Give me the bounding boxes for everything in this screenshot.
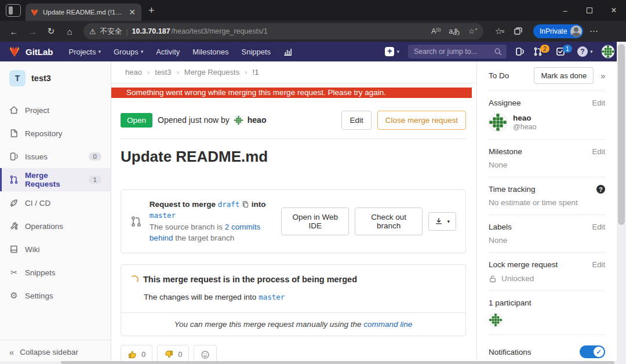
breadcrumb-group[interactable]: heao [125,68,142,77]
source-branch-link[interactable]: draft [218,200,240,209]
mr-title: Update README.md [121,148,466,166]
breadcrumb-section[interactable]: Merge Requests [184,68,239,77]
download-dropdown-button[interactable]: ▾ [428,212,456,231]
translate-icon[interactable]: aあ [449,27,460,37]
window-maximize-button[interactable] [577,0,602,21]
sidebar-project-link[interactable]: T test3 [0,61,111,94]
edit-button[interactable]: Edit [341,111,371,130]
nav-projects[interactable]: Projects▾ [64,48,107,56]
tab-workspaces-icon[interactable] [6,4,21,17]
notifications-toggle[interactable]: ✓ [580,345,605,358]
not-secure-warning-icon: ⚠ [89,27,96,36]
search-icon [494,48,502,56]
sidebar-item-snippets[interactable]: ✂ Snippets [0,261,111,284]
checkout-branch-button[interactable]: Check out branch [355,208,423,235]
sidebar-item-wiki[interactable]: Wiki [0,238,111,261]
todos-icon[interactable]: 1 [556,47,565,56]
labels-edit-link[interactable]: Edit [592,223,605,231]
status-target-branch-link[interactable]: master [259,293,285,301]
read-aloud-icon[interactable]: A))) [431,27,441,35]
gitlab-home-link[interactable]: GitLab [8,46,53,57]
merge-request-widget: Request to merge draft into master The s… [121,190,466,253]
sidebar-item-settings[interactable]: ⚙ Settings [0,284,111,307]
author-avatar[interactable] [234,115,243,125]
document-icon [9,129,19,138]
forward-button[interactable]: → [24,23,41,39]
address-bar[interactable]: ⚠ 不安全 | 10.3.70.187 /heao/test3/merge_re… [83,23,483,39]
inprivate-label: InPrivate [540,27,567,35]
download-icon [435,217,443,225]
milestone-value: None [489,161,605,169]
browser-menu-icon[interactable]: ⋯ [585,23,602,39]
breadcrumb-project[interactable]: test3 [155,68,171,77]
time-tracking-help-icon[interactable]: ? [596,185,605,194]
horizontal-scrollbar[interactable] [0,361,617,364]
assignee-edit-link[interactable]: Edit [592,99,605,107]
search-input[interactable] [408,45,507,59]
milestone-edit-link[interactable]: Edit [592,147,605,156]
nav-snippets[interactable]: Snippets [236,48,276,56]
issues-count-badge: 0 [89,152,101,161]
project-sidebar: T test3 Project Repository Issues 0 [0,61,111,364]
back-button[interactable]: ← [6,23,22,39]
todo-label: To Do [489,71,509,80]
nav-milestones[interactable]: Milestones [187,48,234,56]
target-branch-link[interactable]: master [150,211,176,220]
vertical-scrollbar[interactable] [617,42,626,364]
mr-state-badge: Open [121,113,152,128]
sidebar-item-operations[interactable]: Operations [0,214,111,238]
gitlab-brand: GitLab [26,47,53,57]
lock-edit-link[interactable]: Edit [592,260,605,269]
collapse-sidebar-button[interactable]: « Collapse sidebar [0,340,111,364]
participant-avatar[interactable] [489,313,503,327]
new-tab-button[interactable]: + [148,5,155,17]
favorites-bar-icon[interactable]: ☆≡ [492,23,508,39]
gitlab-logo [8,46,21,57]
add-favorite-icon[interactable]: ☆+ [468,27,478,35]
breadcrumb: heao › test3 › Merge Requests › !1 [111,61,476,83]
copy-branch-icon[interactable] [242,201,249,208]
refresh-button[interactable]: ↻ [43,23,59,39]
sidebar-item-ci-cd[interactable]: CI / CD [0,191,111,214]
help-menu-button[interactable]: ?▾ [577,46,593,57]
sidebar-item-merge-requests[interactable]: Merge Requests 1 [0,168,111,191]
breadcrumb-mr-id[interactable]: !1 [253,68,259,77]
analytics-chart-icon[interactable] [278,48,297,56]
issues-icon[interactable] [515,47,525,56]
collapse-right-sidebar-icon[interactable]: » [600,71,605,81]
sidebar-item-project[interactable]: Project [0,99,111,122]
nav-activity[interactable]: Activity [151,48,185,56]
nav-groups[interactable]: Groups▾ [108,48,148,56]
profile-avatar [570,26,582,37]
author-name[interactable]: heao [248,115,267,125]
collections-icon[interactable] [510,23,526,39]
mark-as-done-button[interactable]: Mark as done [534,67,594,84]
open-web-ide-button[interactable]: Open in Web IDE [281,208,349,235]
tab-close-icon[interactable]: ✕ [128,8,137,16]
behind-suffix: the target branch [175,234,234,242]
labels-section: Labels Edit None [489,215,605,253]
window-minimize-button[interactable]: – [553,0,577,21]
security-label[interactable]: 不安全 [100,27,122,37]
browser-tab[interactable]: Update README.md (!1) · Merge ✕ [26,3,141,21]
inprivate-badge[interactable]: InPrivate [533,24,583,38]
horizontal-scrollbar-thumb[interactable] [61,361,614,364]
close-merge-request-button[interactable]: Close merge request [377,111,466,130]
labels-value: None [489,236,605,245]
merge-requests-icon[interactable]: 2 [533,47,543,56]
sidebar-item-issues[interactable]: Issues 0 [0,145,111,168]
vertical-scrollbar-thumb[interactable] [618,44,625,225]
window-close-button[interactable]: × [602,0,626,21]
new-menu-button[interactable]: +▾ [385,47,399,56]
error-alert: Something went wrong while merging this … [111,88,472,98]
tab-title: Update README.md (!1) · Merge [43,9,123,16]
assignee-user[interactable]: heao @heao [489,113,605,132]
milestone-section: Milestone Edit None [489,140,605,177]
time-tracking-label: Time tracking [489,185,536,194]
home-button[interactable]: ⌂ [61,23,78,39]
command-line-link[interactable]: command line [363,320,412,329]
thumbs-down-icon [164,350,174,359]
merge-status-widget: This merge request is in the process of … [121,264,466,336]
toggle-check-icon: ✓ [594,347,604,357]
sidebar-item-repository[interactable]: Repository [0,122,111,145]
